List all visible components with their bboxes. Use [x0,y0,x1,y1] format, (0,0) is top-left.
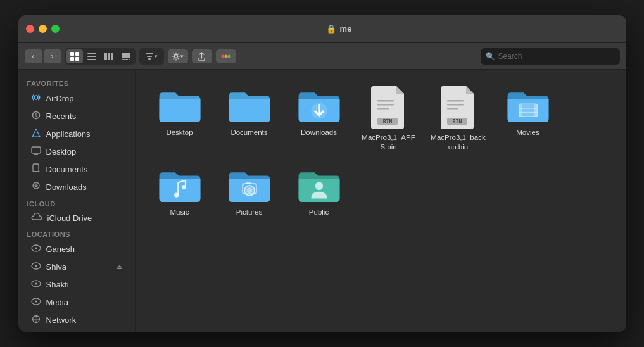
documents-folder-label: Documents [230,128,267,137]
sidebar-item-desktop[interactable]: Desktop [22,143,131,160]
ganesh-disk-icon [31,243,41,255]
window-title-area: 🔒 me [60,24,619,34]
svg-rect-9 [111,53,113,60]
svg-rect-12 [125,59,128,60]
svg-rect-25 [33,164,39,172]
documents-folder-icon [227,86,272,124]
search-icon: 🔍 [486,52,495,61]
lock-icon: 🔒 [326,24,336,34]
eject-icon[interactable]: ⏏ [117,263,122,270]
pictures-folder-label: Pictures [236,208,263,217]
svg-point-20 [227,54,230,58]
shakti-disk-icon [31,279,41,291]
sidebar-item-shakti[interactable]: Shakti [22,276,131,293]
sidebar: Favorites AirDrop Recents Applications [18,70,136,332]
view-gallery-button[interactable] [118,49,134,63]
sidebar-item-desktop-label: Desktop [46,147,77,156]
file-item-music[interactable]: Music [148,162,212,221]
minimize-button[interactable] [39,25,47,33]
desktop-folder-icon [157,86,203,124]
sidebar-item-icloud-drive[interactable]: iCloud Drive [22,210,131,226]
back-button[interactable]: ‹ [25,49,42,63]
svg-text:BIN: BIN [382,119,392,125]
sidebar-item-airdrop[interactable]: AirDrop [22,90,131,107]
traffic-lights [26,25,60,33]
svg-rect-50 [519,108,537,109]
sidebar-item-documents[interactable]: Documents [22,161,131,178]
sidebar-item-applications[interactable]: Applications [22,125,131,142]
sidebar-item-applications-label: Applications [46,129,91,139]
svg-rect-15 [147,56,152,57]
forward-button[interactable]: › [44,49,61,63]
svg-rect-1 [75,52,79,56]
documents-sidebar-icon [31,163,41,175]
toolbar: ‹ › ▾ ▾ [18,43,626,70]
file-item-macpro-apfs[interactable]: BIN MacPro3,1_APFS.bin [357,82,420,156]
sidebar-item-media[interactable]: Media [22,294,131,311]
svg-rect-37 [377,100,394,102]
public-folder-icon [296,166,342,204]
macpro-apfs-label: MacPro3,1_APFS.bin [361,133,417,152]
svg-text:BIN: BIN [452,119,462,125]
svg-rect-2 [70,57,74,61]
svg-rect-10 [122,53,130,58]
svg-point-53 [181,185,186,189]
close-button[interactable] [26,25,34,33]
svg-rect-6 [87,59,96,60]
search-bar[interactable]: 🔍 [481,48,620,65]
action-button[interactable]: ▾ [168,49,188,63]
sidebar-item-shakti-label: Shakti [46,280,69,289]
file-item-desktop[interactable]: Desktop [148,82,212,156]
locations-label: Locations [18,227,135,240]
network-icon [31,314,41,326]
sort-icon [146,53,153,60]
svg-rect-3 [75,57,79,61]
svg-point-52 [174,192,179,197]
pictures-folder-icon [227,166,272,204]
downloads-folder-icon [296,86,342,124]
view-icon-button[interactable] [66,49,83,63]
icloud-label: iCloud [18,196,135,210]
svg-rect-8 [108,53,110,60]
view-column-button[interactable] [101,49,117,63]
search-input[interactable] [498,52,615,61]
sidebar-item-downloads-label: Downloads [46,182,87,192]
airdrop-icon [31,92,41,104]
svg-point-19 [224,54,227,58]
list-view-icon [87,53,96,60]
macpro-apfs-bin-icon: BIN [371,86,407,129]
maximize-button[interactable] [51,25,60,33]
action-dropdown-icon: ▾ [180,53,184,60]
file-item-movies[interactable]: Movies [496,82,560,156]
macpro-backup-bin-icon: BIN [441,86,476,129]
tag-button[interactable] [216,49,236,63]
svg-point-18 [221,54,224,58]
file-item-pictures[interactable]: Pictures [218,162,281,221]
sidebar-item-ganesh[interactable]: Ganesh [22,241,131,258]
view-list-button[interactable] [84,49,100,63]
sidebar-item-network[interactable]: Network [22,312,131,329]
share-button[interactable] [192,49,212,63]
sidebar-item-network-label: Network [46,315,77,325]
sidebar-item-downloads[interactable]: Downloads [22,179,131,196]
sort-button[interactable]: ▾ [141,49,163,63]
icon-view-icon [70,52,79,61]
sidebar-item-recents[interactable]: Recents [22,108,131,125]
svg-point-28 [35,248,37,249]
file-item-public[interactable]: Public [287,162,351,221]
sidebar-item-shiva[interactable]: Shiva ⏏ [22,258,131,275]
svg-rect-39 [377,108,389,110]
applications-icon [31,128,41,140]
file-item-downloads[interactable]: Downloads [287,82,351,156]
file-grid: Desktop Documents [136,70,626,332]
sidebar-item-documents-label: Documents [46,165,88,174]
sort-dropdown-icon: ▾ [155,53,158,60]
svg-point-17 [175,54,178,58]
sidebar-item-ganesh-label: Ganesh [46,244,75,254]
shiva-disk-icon [31,261,41,273]
file-item-documents[interactable]: Documents [218,82,281,156]
sidebar-item-media-label: Media [46,298,68,307]
file-item-macpro-backup[interactable]: BIN MacPro3,1_backup.bin [427,82,490,156]
tag-icon [221,53,231,60]
nav-buttons: ‹ › [25,49,61,63]
